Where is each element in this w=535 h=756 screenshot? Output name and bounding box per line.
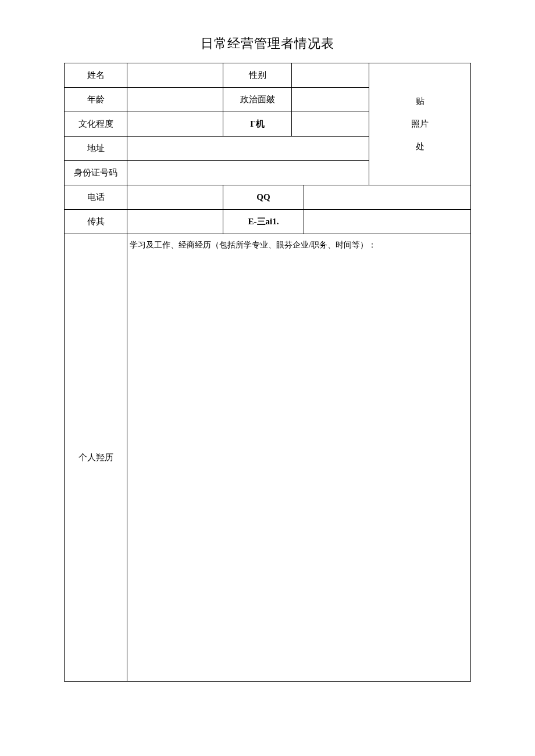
value-fax[interactable] [127,210,223,234]
value-name[interactable] [127,63,223,88]
label-resume: 个人羟历 [65,234,127,682]
label-qq: QQ [223,185,304,210]
label-address: 地址 [65,137,127,161]
label-political: 政治面皴 [223,88,292,112]
label-name: 姓名 [65,63,127,88]
value-address[interactable] [127,137,369,161]
photo-line1: 贴 [370,90,469,113]
value-idcard[interactable] [127,161,369,185]
value-qq[interactable] [304,185,471,210]
label-phone: 电话 [65,185,127,210]
label-idcard: 身份证号码 [65,161,127,185]
label-email: E-三ai1. [223,210,304,234]
photo-placeholder[interactable]: 贴 照片 处 [369,63,471,185]
value-phone[interactable] [127,185,223,210]
label-age: 年龄 [65,88,127,112]
value-mobile[interactable] [292,112,369,137]
form-table: 姓名 性别 贴 照片 处 年龄 政治面皴 文化程度 Γ机 地址 [64,63,471,682]
label-fax: 传其 [65,210,127,234]
value-email[interactable] [304,210,471,234]
value-resume[interactable]: 学习及工作、经商经历（包括所学专业、眼芬企业/职务、时间等）： [127,234,471,682]
label-mobile: Γ机 [223,112,292,137]
photo-line2: 照片 [370,113,469,135]
value-education[interactable] [127,112,223,137]
value-gender[interactable] [292,63,369,88]
label-gender: 性别 [223,63,292,88]
resume-prompt: 学习及工作、经商经历（包括所学专业、眼芬企业/职务、时间等）： [130,241,376,249]
page-title: 日常经营管理者情况表 [64,35,471,52]
value-age[interactable] [127,88,223,112]
photo-line3: 处 [370,135,469,158]
value-political[interactable] [292,88,369,112]
label-education: 文化程度 [65,112,127,137]
